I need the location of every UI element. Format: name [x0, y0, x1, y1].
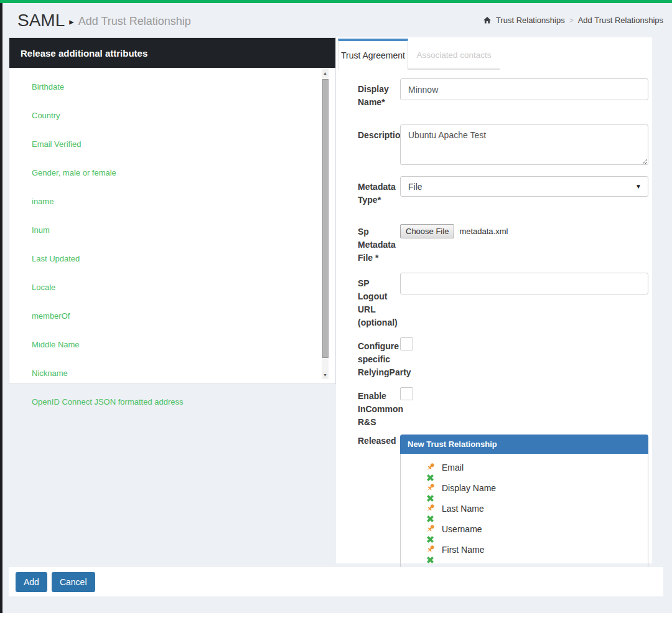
attribute-link[interactable]: Middle Name — [32, 340, 80, 349]
pushpin-icon[interactable] — [425, 462, 436, 472]
chevron-down-icon: ▼ — [635, 183, 642, 190]
caret-right-icon: ▸ — [69, 16, 74, 27]
attribute-link[interactable]: Country — [32, 111, 60, 120]
sp-logout-url-input[interactable] — [400, 273, 648, 294]
description-textarea[interactable]: Ubuntu Apache Test — [400, 125, 648, 165]
scrollbar-up-icon[interactable]: ▲ — [322, 69, 329, 77]
attribute-list-item: Gender, male or female — [32, 167, 335, 178]
pushpin-icon[interactable] — [425, 482, 436, 493]
remove-x-icon[interactable] — [426, 514, 435, 524]
released-attributes-panel: New Trust Relationship — [400, 435, 648, 573]
sp-logout-url-label: SP Logout URL (optional) — [358, 273, 400, 329]
description-label: Description — [358, 125, 400, 167]
attribute-list-item: Nickname — [32, 367, 335, 378]
page-header: SAML ▸ Add Trust Relationship Trust Rela… — [2, 3, 672, 37]
released-row: Released New Trust Relationship — [358, 435, 648, 573]
scrollbar[interactable]: ▲ ▼ — [322, 69, 329, 379]
breadcrumb-separator: > — [569, 16, 574, 25]
released-attribute-list: Email — [400, 454, 648, 573]
released-label: Released — [358, 435, 400, 573]
attribute-list-item: Inum — [32, 224, 335, 235]
pushpin-icon[interactable] — [425, 503, 436, 514]
chosen-file-name: metadata.xml — [459, 227, 508, 236]
display-name-row: Display Name* — [358, 78, 648, 109]
choose-file-button[interactable]: Choose File — [400, 224, 454, 238]
breadcrumb-current: Add Trust Relationships — [578, 16, 663, 25]
released-attribute-name: Last Name — [442, 504, 484, 514]
attribute-link[interactable]: Gender, male or female — [32, 168, 116, 177]
sp-logout-url-row: SP Logout URL (optional) — [358, 273, 648, 329]
released-attribute-item: Username — [425, 524, 648, 544]
configure-relying-party-label: Configure specific RelyingParty — [358, 336, 400, 379]
attribute-list-item: Email Verified — [32, 138, 335, 149]
metadata-type-label: Metadata Type* — [358, 176, 400, 207]
trust-form: Display Name* Description Ubuntu Apache … — [336, 70, 652, 573]
cancel-button[interactable]: Cancel — [52, 572, 95, 592]
breadcrumb: Trust Relationships > Add Trust Relation… — [483, 16, 663, 25]
attribute-link[interactable]: Email Verified — [32, 139, 81, 149]
breadcrumb-section[interactable]: Trust Relationships — [496, 16, 565, 25]
remove-x-icon[interactable] — [426, 473, 435, 482]
metadata-type-value: File — [408, 182, 422, 192]
collapsed-sidebar-strip — [0, 3, 2, 613]
description-row: Description Ubuntu Apache Test — [358, 125, 648, 167]
enable-incommon-label: Enable InCommon R&S — [358, 385, 400, 429]
attribute-link[interactable]: Last Updated — [32, 254, 80, 263]
attribute-list-item: Middle Name — [32, 339, 335, 350]
enable-incommon-checkbox[interactable] — [400, 387, 413, 400]
page-footer — [0, 613, 672, 625]
scrollbar-thumb[interactable] — [322, 79, 329, 358]
attribute-link[interactable]: Locale — [32, 283, 55, 292]
released-attribute-name: Username — [442, 524, 482, 534]
released-attribute-item: Last Name — [425, 503, 648, 524]
release-attributes-panel: Release additional attributes Birthdate … — [9, 37, 336, 384]
remove-x-icon[interactable] — [426, 494, 435, 503]
attribute-list: Birthdate Country Email Verified Gender,… — [9, 68, 335, 407]
attribute-link[interactable]: memberOf — [32, 311, 70, 321]
released-attribute-name: First Name — [442, 545, 484, 555]
tab-trust-agreement[interactable]: Trust Agreement — [338, 39, 408, 70]
attribute-link[interactable]: iname — [32, 197, 54, 206]
sp-metadata-file-row: Sp Metadata File * Choose Filemetadata.x… — [358, 224, 648, 268]
page-subtitle: Add Trust Relationship — [78, 15, 191, 28]
attribute-link[interactable]: Inum — [32, 225, 50, 235]
action-bar: Add Cancel — [9, 567, 663, 596]
pushpin-icon[interactable] — [425, 524, 436, 534]
home-icon — [483, 16, 492, 24]
add-button[interactable]: Add — [16, 572, 47, 592]
attribute-list-item: Locale — [32, 281, 335, 293]
released-panel-title: New Trust Relationship — [400, 435, 648, 454]
tab-bar: Trust Agreement Associated contacts — [336, 37, 652, 70]
metadata-type-row: Metadata Type* File ▼ — [358, 176, 648, 207]
attribute-list-item: Last Updated — [32, 253, 335, 264]
attribute-list-item: iname — [32, 195, 335, 207]
configure-relying-party-checkbox[interactable] — [400, 337, 413, 350]
tab-associated-contacts[interactable]: Associated contacts — [408, 41, 500, 70]
released-attribute-item: First Name — [425, 544, 648, 565]
remove-x-icon[interactable] — [426, 535, 435, 544]
configure-relying-party-row: Configure specific RelyingParty — [358, 336, 648, 379]
released-attribute-item: Email — [425, 462, 648, 482]
remove-x-icon[interactable] — [426, 555, 435, 565]
display-name-input[interactable] — [400, 78, 648, 100]
release-attributes-header: Release additional attributes — [9, 38, 335, 68]
released-attribute-name: Display Name — [442, 483, 496, 493]
metadata-type-select[interactable]: File ▼ — [400, 176, 648, 197]
attribute-link[interactable]: Nickname — [32, 369, 68, 378]
scrollbar-down-icon[interactable]: ▼ — [322, 371, 329, 379]
released-attribute-item: Display Name — [425, 482, 648, 503]
sp-metadata-file-label: Sp Metadata File * — [358, 224, 400, 268]
attribute-link[interactable]: Birthdate — [32, 82, 64, 92]
attribute-list-item: OpenID Connect JSON formatted address — [32, 396, 335, 407]
pushpin-icon[interactable] — [425, 544, 436, 555]
attribute-list-item: Country — [32, 110, 335, 121]
trust-form-card: Trust Agreement Associated contacts Disp… — [336, 37, 652, 563]
page-title: SAML — [17, 11, 65, 31]
attribute-link[interactable]: OpenID Connect JSON formatted address — [32, 397, 184, 406]
attribute-list-item: Birthdate — [32, 81, 335, 92]
attribute-list-item: memberOf — [32, 310, 335, 321]
display-name-label: Display Name* — [358, 78, 400, 109]
enable-incommon-row: Enable InCommon R&S — [358, 385, 648, 429]
released-attribute-name: Email — [442, 463, 464, 472]
